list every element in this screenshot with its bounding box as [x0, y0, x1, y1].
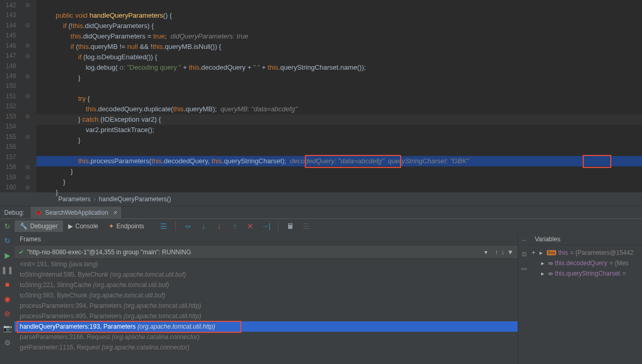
code-line[interactable] [36, 146, 642, 156]
restore-layout-icon[interactable]: ↔ [519, 235, 529, 244]
code-line[interactable]: } [36, 73, 642, 83]
code-line[interactable]: if (log.isDebugEnabled()) { [36, 52, 642, 62]
highlight-box-1 [305, 155, 401, 168]
code-line[interactable]: } [36, 166, 642, 177]
pause-icon[interactable]: ❚❚ [2, 264, 13, 276]
stack-frame[interactable]: toString:221, StringCache (org.apache.to… [15, 280, 518, 290]
code-line[interactable]: this.didQueryParameters = true; didQuery… [36, 31, 642, 42]
prev-frame-icon[interactable]: ↑ [495, 249, 498, 256]
stack-frame[interactable]: toString:583, ByteChunk (org.apache.tomc… [15, 290, 518, 301]
stop-icon[interactable]: ■ [2, 279, 13, 290]
get-thread-dump-icon[interactable]: 📷 [2, 322, 13, 334]
frames-panel: Frames ✔ "http-nio-8080-exec-1"@14,355 i… [15, 233, 518, 364]
gutter-line[interactable]: 144⊟ [0, 20, 36, 30]
gutter-line[interactable]: 147⊟ [0, 50, 36, 60]
variable-row[interactable]: ▸this this = {Parameters@15442 [540, 248, 634, 258]
variables-list[interactable]: +▸this this = {Parameters@15442▸∞ this.d… [530, 245, 642, 364]
copy-icon[interactable]: ⧉ [519, 250, 529, 259]
variable-row[interactable]: ▸∞ this.decodedQuery = {Mes [532, 258, 640, 268]
gutter-line[interactable]: 149⊟ [0, 71, 36, 81]
code-line[interactable]: } [36, 187, 642, 198]
variables-header: Variables [530, 233, 642, 245]
gutter-line[interactable]: 151⊟ [0, 91, 36, 101]
add-watch-icon[interactable]: + [532, 249, 535, 256]
rerun-icon[interactable]: ↻ [2, 235, 13, 246]
debug-side-toolbar: ↻ ▶ ❚❚ ■ ◉ ⊘ 📷 ⚙ [0, 233, 15, 364]
code-line[interactable]: try { [36, 94, 642, 104]
stack-frame[interactable]: toStringInternal:595, ByteChunk (org.apa… [15, 269, 518, 280]
stack-frame[interactable]: <init>:191, String (java.lang) [15, 259, 518, 269]
stack-frame[interactable]: parseParameters:3166, Request (org.apach… [15, 332, 518, 342]
frames-right-tools: ↔ ⧉ ⚯ [518, 233, 530, 364]
force-step-into-icon[interactable]: ↓ [213, 220, 225, 232]
tab-endpoints[interactable]: ✦ Endpoints [104, 220, 149, 232]
gutter-line[interactable]: 156 [0, 142, 36, 152]
gutter-line[interactable]: 159⊟ [0, 172, 36, 182]
debugger-icon: 🔧 [20, 223, 28, 230]
stack-frame[interactable]: processParameters:394, Parameters (org.a… [15, 301, 518, 311]
gutter-line[interactable]: 155⊟ [0, 132, 36, 141]
variables-panel: Variables +▸this this = {Parameters@1544… [530, 233, 642, 364]
step-over-icon[interactable]: ⤼ [182, 220, 194, 232]
code-line[interactable]: var2.printStackTrace(); [36, 125, 642, 135]
filter-icon[interactable]: ▼ [507, 249, 513, 256]
gutter-line[interactable]: 145 [0, 30, 36, 40]
code-line[interactable]: this.decodedQuery.duplicate(this.queryMB… [36, 104, 642, 114]
mute-breakpoints-icon[interactable]: ⊘ [2, 308, 13, 319]
debug-label: Debug: [4, 209, 24, 216]
gutter-line[interactable]: 154 [0, 122, 36, 132]
gutter-line[interactable]: 153⊟ [0, 111, 36, 121]
endpoints-icon: ✦ [109, 223, 114, 230]
link-icon[interactable]: ⚯ [519, 264, 529, 274]
run-to-cursor-icon[interactable]: →| [260, 220, 272, 232]
debug-toolbar: ↻ 🔧 Debugger ▶ Console ✦ Endpoints ☰ ⤼ ↓… [0, 218, 642, 233]
stack-frame[interactable]: processParameters:495, Parameters (org.a… [15, 311, 518, 321]
code-line[interactable]: log.debug( o: "Decoding query " + this.d… [36, 62, 642, 73]
drop-frame-icon[interactable]: ✕ [245, 220, 256, 232]
gutter-line[interactable]: 148 [0, 61, 36, 71]
gutter: 142⊟143144⊟145146⊟147⊟148149⊟150151⊟1521… [0, 0, 36, 192]
gutter-line[interactable]: 157 [0, 152, 36, 162]
gutter-line[interactable]: 158⊟ [0, 162, 36, 172]
step-into-icon[interactable]: ↓ [198, 220, 209, 232]
trace-icon[interactable]: ☰ [300, 220, 312, 232]
code-line[interactable] [36, 83, 642, 94]
evaluate-icon[interactable]: 🖩 [285, 220, 296, 232]
code-line[interactable]: if (this.queryMB != null && !this.queryM… [36, 42, 642, 52]
gutter-line[interactable]: 143 [0, 10, 36, 20]
close-tab-icon[interactable]: × [113, 209, 118, 216]
gutter-line[interactable]: 150 [0, 81, 36, 91]
console-icon: ▶ [68, 223, 73, 230]
gutter-line[interactable]: 146⊟ [0, 41, 36, 50]
tab-debugger[interactable]: 🔧 Debugger [15, 220, 63, 232]
dropdown-icon[interactable]: ▾ [484, 249, 487, 256]
resume-icon[interactable]: ▶ [2, 250, 13, 261]
settings-icon[interactable]: ⚙ [2, 337, 13, 348]
debug-run-tab[interactable]: 🐞 SearchWebApplication × [31, 206, 122, 219]
thread-selector[interactable]: ✔ "http-nio-8080-exec-1"@14,355 in group… [15, 245, 518, 259]
code-line[interactable]: } catch (IOException var2) { [36, 114, 642, 125]
next-frame-icon[interactable]: ↓ [501, 249, 504, 256]
debug-bar: Debug: 🐞 SearchWebApplication × [0, 206, 642, 218]
threads-icon[interactable]: ☰ [158, 220, 169, 232]
gutter-line[interactable]: 160⊟ [0, 182, 36, 192]
highlight-box-3 [17, 321, 241, 333]
code-line[interactable]: if (!this.didQueryParameters) { [36, 21, 642, 31]
code-line[interactable] [36, 0, 642, 10]
gutter-line[interactable]: 142⊟ [0, 0, 36, 10]
tab-console[interactable]: ▶ Console [63, 220, 104, 232]
code-area[interactable]: public void handleQueryParameters() { if… [36, 0, 642, 192]
gutter-line[interactable]: 152 [0, 101, 36, 111]
step-out-icon[interactable]: ↑ [229, 220, 240, 232]
frames-header: Frames [15, 233, 518, 245]
variable-row[interactable]: ▸∞ this.queryStringCharset = [532, 268, 640, 279]
code-line[interactable]: } [36, 135, 642, 146]
frames-list[interactable]: <init>:191, String (java.lang)toStringIn… [15, 259, 518, 364]
check-icon: ✔ [19, 249, 24, 256]
rerun-icon[interactable]: ↻ [2, 220, 13, 232]
code-line[interactable]: } [36, 177, 642, 187]
code-editor[interactable]: 142⊟143144⊟145146⊟147⊟148149⊟150151⊟1521… [0, 0, 642, 192]
stack-frame[interactable]: getParameter:1116, Request (org.apache.c… [15, 342, 518, 353]
view-breakpoints-icon[interactable]: ◉ [2, 293, 13, 305]
code-line[interactable]: public void handleQueryParameters() { [36, 10, 642, 21]
